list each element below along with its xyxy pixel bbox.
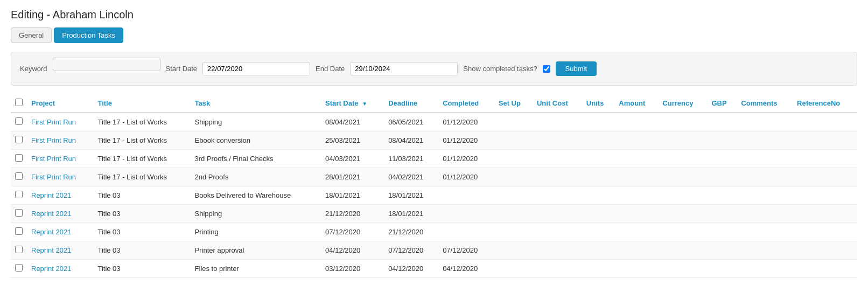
row-checkbox-cell	[11, 241, 27, 260]
cell-project[interactable]: First Print Run	[27, 113, 93, 131]
th-task[interactable]: Task	[191, 94, 321, 113]
cell-completed: 01/12/2020	[438, 131, 494, 150]
tab-general[interactable]: General	[11, 27, 52, 43]
row-checkbox[interactable]	[15, 172, 23, 180]
cell-start-date: 28/01/2021	[321, 168, 384, 186]
cell-project[interactable]: Reprint 2021	[27, 186, 93, 205]
end-date-input[interactable]	[350, 62, 458, 75]
row-checkbox[interactable]	[15, 191, 23, 198]
keyword-input[interactable]	[53, 58, 160, 71]
cell-units	[582, 186, 614, 205]
row-checkbox-cell	[11, 150, 27, 168]
cell-completed	[438, 205, 494, 223]
cell-comments	[737, 186, 793, 205]
filter-bar: Keyword Start Date End Date Show complet…	[11, 52, 857, 86]
cell-project[interactable]: Reprint 2021	[27, 260, 93, 278]
table-row: Reprint 2021Title 03Printing07/12/202021…	[11, 223, 857, 241]
cell-comments	[737, 241, 793, 260]
row-checkbox[interactable]	[15, 227, 23, 235]
cell-currency	[658, 223, 707, 241]
cell-title: Title 03	[93, 241, 190, 260]
cell-comments	[737, 205, 793, 223]
th-currency[interactable]: Currency	[658, 94, 707, 113]
row-checkbox-cell	[11, 186, 27, 205]
cell-units	[582, 113, 614, 131]
cell-set-up	[494, 113, 533, 131]
cell-gbp	[707, 186, 737, 205]
row-checkbox[interactable]	[15, 117, 23, 125]
cell-comments	[737, 168, 793, 186]
cell-comments	[737, 260, 793, 278]
row-checkbox[interactable]	[15, 136, 23, 143]
table-row: First Print RunTitle 17 - List of Works2…	[11, 168, 857, 186]
cell-currency	[658, 260, 707, 278]
table-row: Reprint 2021Title 03Printer approval04/1…	[11, 241, 857, 260]
cell-completed: 01/12/2020	[438, 150, 494, 168]
cell-amount	[614, 241, 658, 260]
th-deadline[interactable]: Deadline	[384, 94, 438, 113]
cell-set-up	[494, 131, 533, 150]
cell-project[interactable]: First Print Run	[27, 131, 93, 150]
cell-reference-no	[793, 205, 857, 223]
cell-gbp	[707, 241, 737, 260]
row-checkbox[interactable]	[15, 154, 23, 162]
th-completed[interactable]: Completed	[438, 94, 494, 113]
show-completed-checkbox[interactable]	[543, 65, 550, 73]
cell-title: Title 03	[93, 186, 190, 205]
row-checkbox[interactable]	[15, 246, 23, 253]
th-start-date[interactable]: Start Date ▼	[321, 94, 384, 113]
cell-task: Ebook conversion	[191, 131, 321, 150]
table-container: Project Title Task Start Date ▼ Deadline…	[11, 94, 857, 278]
cell-gbp	[707, 113, 737, 131]
th-unit-cost[interactable]: Unit Cost	[533, 94, 582, 113]
cell-amount	[614, 150, 658, 168]
row-checkbox[interactable]	[15, 264, 23, 272]
th-checkbox[interactable]	[11, 94, 27, 113]
cell-reference-no	[793, 113, 857, 131]
cell-start-date: 07/12/2020	[321, 223, 384, 241]
cell-title: Title 17 - List of Works	[93, 168, 190, 186]
th-project[interactable]: Project	[27, 94, 93, 113]
row-checkbox-cell	[11, 131, 27, 150]
cell-task: Books Delivered to Warehouse	[191, 186, 321, 205]
table-row: First Print RunTitle 17 - List of WorksS…	[11, 113, 857, 131]
cell-units	[582, 241, 614, 260]
cell-task: Printer approval	[191, 241, 321, 260]
cell-completed	[438, 186, 494, 205]
cell-currency	[658, 113, 707, 131]
submit-button[interactable]: Submit	[556, 61, 597, 76]
cell-completed: 01/12/2020	[438, 168, 494, 186]
cell-gbp	[707, 131, 737, 150]
th-gbp[interactable]: GBP	[707, 94, 737, 113]
start-date-label: Start Date	[166, 65, 198, 73]
row-checkbox[interactable]	[15, 209, 23, 217]
end-date-label: End Date	[316, 65, 345, 73]
cell-reference-no	[793, 131, 857, 150]
cell-project[interactable]: Reprint 2021	[27, 223, 93, 241]
cell-currency	[658, 241, 707, 260]
cell-unit-cost	[533, 168, 582, 186]
cell-unit-cost	[533, 186, 582, 205]
cell-project[interactable]: Reprint 2021	[27, 241, 93, 260]
th-reference-no[interactable]: ReferenceNo	[793, 94, 857, 113]
cell-deadline: 06/05/2021	[384, 113, 438, 131]
th-amount[interactable]: Amount	[614, 94, 658, 113]
cell-unit-cost	[533, 205, 582, 223]
cell-project[interactable]: Reprint 2021	[27, 205, 93, 223]
cell-set-up	[494, 223, 533, 241]
th-comments[interactable]: Comments	[737, 94, 793, 113]
cell-start-date: 04/12/2020	[321, 241, 384, 260]
cell-project[interactable]: First Print Run	[27, 150, 93, 168]
cell-reference-no	[793, 223, 857, 241]
cell-units	[582, 150, 614, 168]
cell-reference-no	[793, 168, 857, 186]
th-set-up[interactable]: Set Up	[494, 94, 533, 113]
table-row: First Print RunTitle 17 - List of WorksE…	[11, 131, 857, 150]
select-all-checkbox[interactable]	[15, 99, 23, 106]
cell-units	[582, 131, 614, 150]
cell-project[interactable]: First Print Run	[27, 168, 93, 186]
th-units[interactable]: Units	[582, 94, 614, 113]
tab-production-tasks[interactable]: Production Tasks	[54, 27, 123, 43]
start-date-input[interactable]	[202, 62, 310, 75]
th-title[interactable]: Title	[93, 94, 190, 113]
